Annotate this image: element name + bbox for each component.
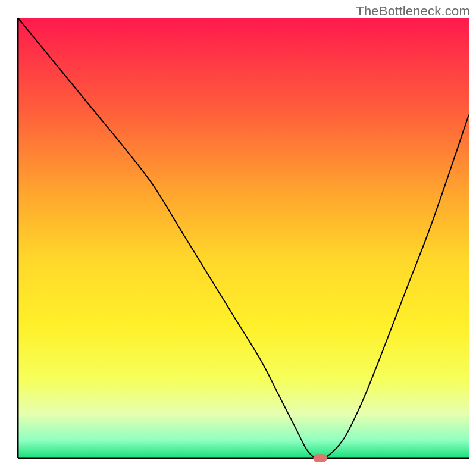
- chart-container: TheBottleneck.com: [0, 0, 476, 476]
- watermark-text: TheBottleneck.com: [356, 4, 470, 19]
- plot-background-gradient: [18, 18, 469, 458]
- optimal-point-marker: [313, 454, 327, 462]
- bottleneck-chart: [0, 0, 476, 476]
